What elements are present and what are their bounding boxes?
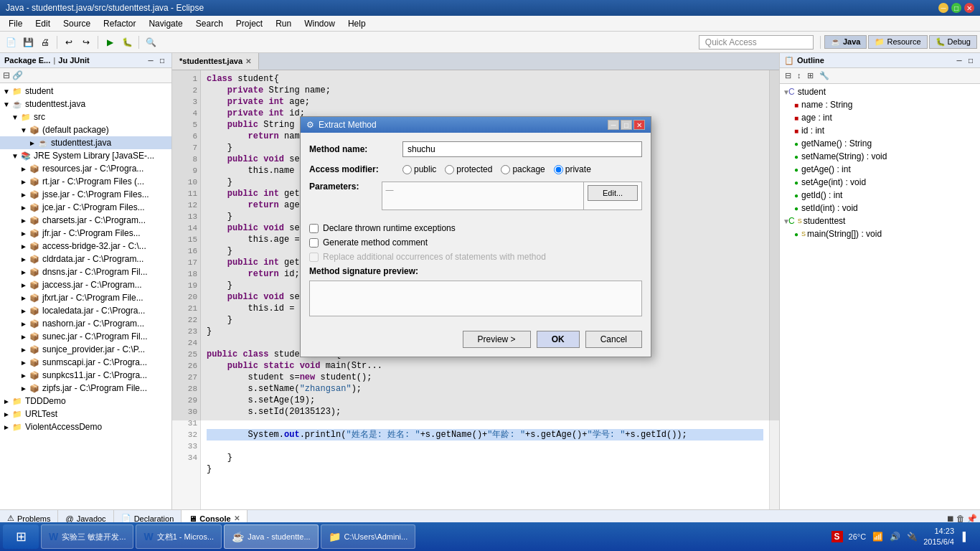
menu-source[interactable]: Source xyxy=(57,17,96,30)
arrow-jre[interactable]: ▼ xyxy=(11,152,20,160)
tree-resources-jar[interactable]: ►📦resources.jar - C:\Progra... xyxy=(0,162,171,175)
radio-private[interactable]: private xyxy=(554,164,591,174)
tree-default-package[interactable]: ▼ 📦 (default package) xyxy=(0,123,171,136)
toolbar-debug[interactable]: 🐛 xyxy=(119,34,135,50)
toolbar-new[interactable]: 📄 xyxy=(3,34,19,50)
toolbar-search[interactable]: 🔍 xyxy=(143,34,159,50)
network-icon[interactable]: 📶 xyxy=(872,531,883,542)
outline-method-getid[interactable]: ● getId() : int xyxy=(780,189,980,202)
arrow-sunjce-jar[interactable]: ► xyxy=(20,346,29,354)
battery-icon[interactable]: 🔌 xyxy=(906,531,918,542)
tree-sunjce-jar[interactable]: ►📦sunjce_provider.jar - C:\P... xyxy=(0,343,171,356)
menu-edit[interactable]: Edit xyxy=(29,17,56,30)
minimize-outline-btn[interactable]: ─ xyxy=(954,55,964,65)
tree-sunmscapi-jar[interactable]: ►📦sunmscapi.jar - C:\Progra... xyxy=(0,356,171,369)
menu-project[interactable]: Project xyxy=(230,17,268,30)
arrow-default-pkg[interactable]: ▼ xyxy=(20,126,29,134)
arrow-jfxrt-jar[interactable]: ► xyxy=(20,294,29,302)
outline-field-id[interactable]: ■ id : int xyxy=(780,124,980,137)
tree-dnsns-jar[interactable]: ►📦dnsns.jar - C:\Program Fil... xyxy=(0,265,171,278)
taskbar-app-explorer[interactable]: 📁 C:\Users\Admini... xyxy=(321,524,416,549)
radio-private-input[interactable] xyxy=(554,165,563,174)
arrow-jce-jar[interactable]: ► xyxy=(20,204,29,212)
outline-method-setid[interactable]: ● setId(int) : void xyxy=(780,202,980,215)
edit-btn[interactable]: Edit... xyxy=(588,185,638,201)
show-desktop-btn[interactable]: ▌ xyxy=(960,531,971,542)
menu-run[interactable]: Run xyxy=(270,17,297,30)
tree-studenttest-java[interactable]: ▼ ☕ studenttest.java xyxy=(0,98,171,110)
maximize-button[interactable]: □ xyxy=(951,3,961,13)
outline-toolbar-btn3[interactable]: ⊞ xyxy=(805,70,816,81)
menu-search[interactable]: Search xyxy=(190,17,229,30)
arrow-nashorn-jar[interactable]: ► xyxy=(20,320,29,328)
checkbox-generate-comment-input[interactable] xyxy=(309,238,319,248)
quick-access-input[interactable]: Quick Access xyxy=(699,35,814,50)
radio-protected[interactable]: protected xyxy=(445,164,492,174)
method-name-input[interactable] xyxy=(402,141,642,157)
checkbox-declare-exceptions-input[interactable] xyxy=(309,224,319,233)
tree-localedata-jar[interactable]: ►📦localedata.jar - C:\Progra... xyxy=(0,304,171,317)
arrow-studenttest[interactable]: ▼ xyxy=(3,100,11,108)
arrow-resources-jar[interactable]: ► xyxy=(20,165,29,173)
arrow-sunpkcs11-jar[interactable]: ► xyxy=(20,372,29,380)
preview-button[interactable]: Preview > xyxy=(463,331,531,348)
arrow-student[interactable]: ▼ xyxy=(3,88,11,95)
ok-button[interactable]: OK xyxy=(537,331,580,348)
package-explorer-tab[interactable]: Package E... xyxy=(4,56,50,65)
tree-sunpkcs11-jar[interactable]: ►📦sunpkcs11.jar - C:\Progra... xyxy=(0,369,171,382)
arrow-tdd[interactable]: ► xyxy=(3,397,11,405)
tree-rt-jar[interactable]: ►📦rt.jar - C:\Program Files (... xyxy=(0,175,171,188)
outline-method-setage[interactable]: ● setAge(int) : void xyxy=(780,176,980,189)
arrow-url[interactable]: ► xyxy=(3,410,11,418)
arrow-access-bridge[interactable]: ► xyxy=(20,242,29,250)
menu-window[interactable]: Window xyxy=(298,17,341,30)
tree-jaccess-jar[interactable]: ►📦jaccess.jar - C:\Program... xyxy=(0,278,171,291)
arrow-charsets-jar[interactable]: ► xyxy=(20,217,29,225)
outline-toolbar-btn1[interactable]: ⊟ xyxy=(783,70,793,81)
outline-method-getage[interactable]: ● getAge() : int xyxy=(780,163,980,176)
tree-cldrdata-jar[interactable]: ►📦cldrdata.jar - C:\Program... xyxy=(0,253,171,265)
ime-btn[interactable]: S xyxy=(831,531,843,542)
tree-access-bridge[interactable]: ►📦access-bridge-32.jar - C:\... xyxy=(0,240,171,253)
outline-toolbar-btn4[interactable]: 🔧 xyxy=(817,70,831,81)
tree-studenttest-file[interactable]: ► ☕ studenttest.java xyxy=(0,136,171,149)
perspective-resource[interactable]: 📁 Resource xyxy=(868,35,927,49)
toolbar-run[interactable]: ▶ xyxy=(102,34,118,50)
toolbar-save[interactable]: 💾 xyxy=(20,34,36,50)
menu-refactor[interactable]: Refactor xyxy=(98,17,141,30)
dialog-close-btn[interactable]: ✕ xyxy=(633,120,645,130)
arrow-jfr-jar[interactable]: ► xyxy=(20,230,29,237)
maximize-outline-btn[interactable]: □ xyxy=(966,55,976,65)
radio-public-input[interactable] xyxy=(402,165,412,174)
maximize-panel-btn[interactable]: □ xyxy=(157,55,167,65)
tree-violent-access[interactable]: ►📁ViolentAccessDemo xyxy=(0,420,171,433)
arrow-src[interactable]: ▼ xyxy=(11,113,20,121)
volume-icon[interactable]: 🔊 xyxy=(889,531,900,542)
link-editor-btn[interactable]: 🔗 xyxy=(12,70,23,80)
tree-jce-jar[interactable]: ►📦jce.jar - C:\Program Files... xyxy=(0,201,171,214)
dialog-minimize-btn[interactable]: ─ xyxy=(608,120,619,130)
radio-package-input[interactable] xyxy=(501,165,510,174)
tree-charsets-jar[interactable]: ►📦charsets.jar - C:\Program... xyxy=(0,214,171,227)
radio-public[interactable]: public xyxy=(402,164,436,174)
cancel-button[interactable]: Cancel xyxy=(585,331,642,348)
menu-file[interactable]: File xyxy=(3,17,28,30)
junit-tab[interactable]: Ju JUnit xyxy=(58,56,89,65)
outline-class-student[interactable]: ▼ C student xyxy=(780,85,980,98)
toolbar-undo[interactable]: ↩ xyxy=(61,34,77,50)
outline-method-setname[interactable]: ● setName(String) : void xyxy=(780,150,980,163)
toolbar-redo[interactable]: ↪ xyxy=(78,34,94,50)
perspective-java[interactable]: ☕ Java xyxy=(824,35,867,49)
outline-class-studenttest[interactable]: ▼ C S studenttest xyxy=(780,215,980,227)
tree-tdd-demo[interactable]: ►📁TDDDemo xyxy=(0,395,171,408)
tree-jfr-jar[interactable]: ►📦jfr.jar - C:\Program Files... xyxy=(0,227,171,240)
radio-package[interactable]: package xyxy=(501,164,545,174)
perspective-debug[interactable]: 🐛 Debug xyxy=(929,35,977,49)
arrow-jsse-jar[interactable]: ► xyxy=(20,191,29,199)
dialog-maximize-btn[interactable]: □ xyxy=(621,120,632,130)
arrow-sunec-jar[interactable]: ► xyxy=(20,333,29,341)
arrow-jaccess-jar[interactable]: ► xyxy=(20,281,29,289)
close-button[interactable]: ✕ xyxy=(964,3,974,13)
minimize-panel-btn[interactable]: ─ xyxy=(146,55,156,65)
arrow-violent[interactable]: ► xyxy=(3,423,11,431)
